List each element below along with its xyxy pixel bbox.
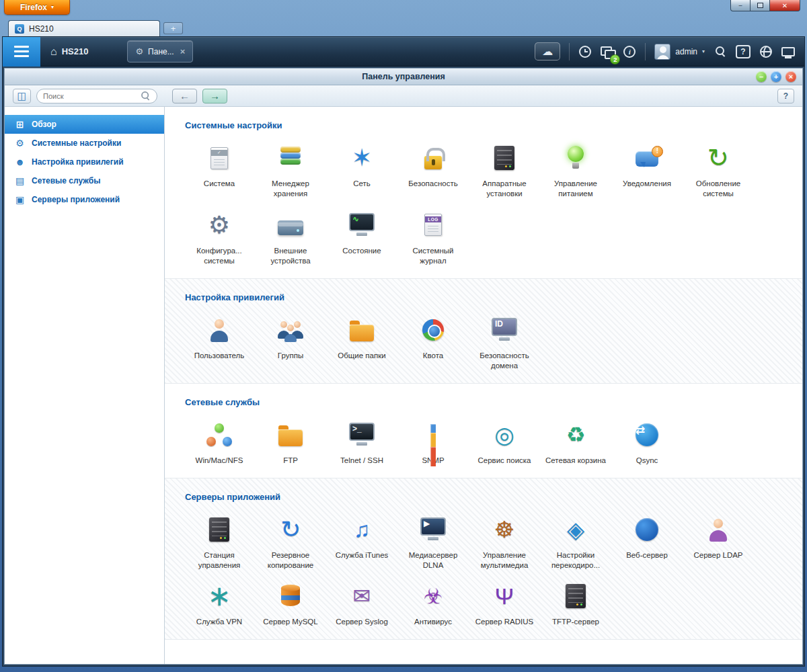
app-item[interactable]: IDБезопасность домена <box>469 313 540 371</box>
app-item[interactable]: Пользователь <box>184 313 255 371</box>
panel-minimize-button[interactable]: – <box>756 71 767 82</box>
info-icon: i <box>623 46 636 58</box>
sidebar-item-application-servers[interactable]: ▣Серверы приложений <box>5 190 164 209</box>
background-tasks-button[interactable]: 2 <box>601 43 614 60</box>
new-tab-button[interactable]: + <box>163 22 183 34</box>
app-item[interactable]: Веб-сервер <box>611 513 683 571</box>
ftp-icon <box>270 418 311 452</box>
app-item[interactable]: Безопасность <box>397 141 469 199</box>
minimize-button[interactable]: – <box>730 0 751 11</box>
app-item[interactable]: SNMP <box>397 418 469 466</box>
app-item[interactable]: ↻Обновление системы <box>683 141 754 199</box>
app-item[interactable]: Win/Mac/NFS <box>184 418 255 466</box>
search-box <box>36 89 157 103</box>
app-item[interactable]: ΨСервер RADIUS <box>469 579 540 627</box>
app-item[interactable]: Станция управления <box>184 513 255 571</box>
browser-tab[interactable]: Q HS210 <box>8 20 160 36</box>
sidebar-item-privilege-settings[interactable]: ☻Настройка привилегий <box>5 153 164 171</box>
win-mac-nfs-icon <box>198 418 240 452</box>
app-item[interactable]: Управление питанием <box>540 141 611 199</box>
app-item[interactable]: ✓Система <box>184 141 255 199</box>
gear-icon: ⚙ <box>135 47 143 56</box>
app-item[interactable]: ⇄Qsync <box>611 418 683 466</box>
app-item[interactable]: LOGСистемный журнал <box>397 208 469 266</box>
app-item[interactable]: Квота <box>397 313 469 371</box>
section-title: Сетевые службы <box>185 397 797 407</box>
tftp-server-icon <box>555 579 597 613</box>
desktop-button[interactable] <box>781 43 795 60</box>
panel-help-button[interactable]: ? <box>777 89 794 103</box>
radius-server-icon: Ψ <box>484 579 525 613</box>
panel-toolbar: ◫ ← → ? <box>5 85 802 107</box>
domain-security-icon: ID <box>484 313 525 347</box>
itunes-service-icon: ♫ <box>341 513 383 546</box>
section-title: Системные настройки <box>185 120 797 130</box>
back-button[interactable]: ← <box>172 89 197 103</box>
restore-icon <box>757 3 763 8</box>
help-button[interactable]: ? <box>736 45 751 58</box>
app-item[interactable]: ☣Антивирус <box>397 579 469 627</box>
app-item[interactable]: ∗Служба VPN <box>184 579 255 627</box>
panel-maximize-button[interactable]: + <box>771 71 781 82</box>
overview-icon: ⊞ <box>14 120 26 129</box>
app-item[interactable]: >_Telnet / SSH <box>326 418 397 466</box>
app-item[interactable]: ♫Служба iTunes <box>326 513 397 571</box>
shared-folders-icon <box>341 313 383 347</box>
app-item[interactable]: Аппаратные установки <box>469 141 540 199</box>
section-title: Серверы приложений <box>185 492 797 502</box>
user-menu[interactable]: admin ▾ <box>654 44 705 60</box>
app-tab-control-panel[interactable]: ⚙ Пане... × <box>127 40 193 62</box>
app-item[interactable]: ◎Сервис поиска <box>469 418 540 466</box>
app-item-label: Служба VPN <box>196 617 242 627</box>
home-button[interactable]: ⌂ HS210 <box>40 46 100 57</box>
firefox-tabbar: Q HS210 + <box>0 19 807 36</box>
forward-button[interactable]: → <box>202 89 227 103</box>
app-item-label: Управление мультимедиа <box>471 550 538 571</box>
app-item[interactable]: Менеджер хранения <box>255 141 326 199</box>
window-frame-bottom <box>0 667 807 672</box>
app-item[interactable]: Уведомления <box>611 141 683 199</box>
search-button[interactable] <box>714 43 727 60</box>
app-item-label: Квота <box>423 351 443 361</box>
dlna-media-server-icon: ▶ <box>412 513 454 546</box>
app-item-label: Сеть <box>353 179 371 189</box>
app-item[interactable]: ▶Медиасервер DLNA <box>397 513 469 571</box>
restore-button[interactable] <box>751 0 769 11</box>
recent-tasks-button[interactable] <box>578 43 592 60</box>
section-title: Настройка привилегий <box>185 292 797 302</box>
app-item[interactable]: ✶Сеть <box>326 141 397 199</box>
app-item-label: Менеджер хранения <box>257 179 324 199</box>
app-item[interactable]: TFTP-сервер <box>540 579 611 627</box>
info-button[interactable]: i <box>623 43 636 60</box>
sidebar-item-network-services[interactable]: ▤Сетевые службы <box>5 171 164 190</box>
browser-window: Firefox ▾ – ✕ Q HS210 + ⌂ HS210 ⚙ Пане..… <box>0 0 807 672</box>
panel-close-button[interactable]: × <box>785 71 796 82</box>
app-item[interactable]: Сервер MySQL <box>255 579 326 627</box>
app-item-label: Сервис поиска <box>477 456 531 466</box>
myqnapcloud-button[interactable]: ☁ <box>535 42 560 60</box>
search-input[interactable] <box>43 92 137 100</box>
monitor-icon <box>781 47 795 56</box>
app-item[interactable]: Сервер LDAP <box>683 513 754 571</box>
app-item[interactable]: Группы <box>255 313 326 371</box>
sidebar-item-label: Системные настройки <box>32 138 121 148</box>
close-button[interactable]: ✕ <box>769 0 800 11</box>
app-item[interactable]: ◈Настройки перекодиро... <box>540 513 611 571</box>
sidebar-item-overview[interactable]: ⊞Обзор <box>5 115 164 134</box>
app-item[interactable]: ∿Состояние <box>326 208 397 266</box>
app-item[interactable]: ↻Резервное копирование <box>255 513 326 571</box>
language-button[interactable] <box>759 43 773 60</box>
sidebar-toggle-button[interactable]: ◫ <box>13 89 31 103</box>
app-item[interactable]: ⚙Конфигура... системы <box>184 208 255 266</box>
app-item[interactable]: FTP <box>255 418 326 466</box>
app-item-label: Пользователь <box>194 351 245 361</box>
app-item[interactable]: ☸Управление мультимедиа <box>469 513 540 571</box>
sidebar-item-system-settings[interactable]: ⚙Системные настройки <box>5 134 164 153</box>
app-item[interactable]: ✉Сервер Syslog <box>326 579 397 627</box>
app-item[interactable]: ♻Сетевая корзина <box>540 418 611 466</box>
app-item[interactable]: Внешние устройства <box>255 208 326 266</box>
main-menu-button[interactable] <box>3 37 40 67</box>
firefox-menu-button[interactable]: Firefox ▾ <box>4 0 70 15</box>
app-item[interactable]: Общие папки <box>326 313 397 371</box>
app-tab-close-icon[interactable]: × <box>179 46 186 56</box>
